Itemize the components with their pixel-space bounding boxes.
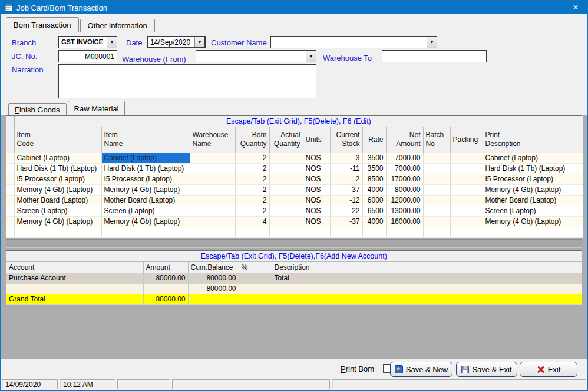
cell-print-desc[interactable]: Cabinet (Laptop) <box>483 153 583 163</box>
row-selector[interactable] <box>6 174 14 184</box>
cell-bom-qty[interactable]: 2 <box>235 174 269 184</box>
cell-batch[interactable] <box>423 195 450 206</box>
cell-item-name-selected[interactable]: Cabinet (Laptop) <box>101 153 190 163</box>
tab-finish-goods[interactable]: Finish Goods <box>8 103 67 115</box>
save-new-button[interactable]: Save & New <box>390 362 452 377</box>
cell-net[interactable]: 16000.00 <box>386 216 423 227</box>
cell-actual-qty[interactable] <box>269 153 303 163</box>
cell-bom-qty[interactable]: 2 <box>235 163 269 174</box>
cell-bom-qty[interactable]: 2 <box>235 153 269 163</box>
cell-rate[interactable]: 3500 <box>362 163 386 174</box>
cell-cum-balance[interactable]: 80000.00 <box>188 273 239 283</box>
cell-description[interactable] <box>272 283 582 294</box>
cell-packing[interactable] <box>450 206 483 216</box>
cell-actual-qty[interactable] <box>269 206 303 216</box>
tab-other-information[interactable]: Other Information <box>80 19 155 32</box>
cell-batch[interactable] <box>423 163 450 174</box>
cell-percent[interactable] <box>239 283 272 294</box>
cell-warehouse[interactable] <box>190 206 235 216</box>
cell-batch[interactable] <box>423 184 450 195</box>
cell-cum-balance[interactable]: 80000.00 <box>188 283 239 294</box>
cell-stock[interactable]: -37 <box>330 184 362 195</box>
cell-amount[interactable]: 80000.00 <box>143 273 188 283</box>
chevron-down-icon[interactable]: ▼ <box>427 37 437 48</box>
cell-batch[interactable] <box>423 174 450 184</box>
save-exit-button[interactable]: Save & Exit <box>456 362 517 377</box>
cell-net[interactable]: 7000.00 <box>386 163 423 174</box>
cell-account[interactable]: Purchase Account <box>6 273 143 283</box>
row-selector[interactable] <box>6 153 14 163</box>
cell-rate[interactable]: 8500 <box>362 174 386 184</box>
cell-warehouse[interactable] <box>190 195 235 206</box>
chevron-down-icon[interactable]: ▼ <box>306 51 316 62</box>
cell-actual-qty[interactable] <box>269 174 303 184</box>
cell-net[interactable]: 17000.00 <box>386 174 423 184</box>
cell-units[interactable]: NOS <box>303 195 330 206</box>
cell-actual-qty[interactable] <box>269 184 303 195</box>
customer-name-select[interactable]: ▼ <box>270 36 437 48</box>
cell-bom-qty[interactable]: 2 <box>235 206 269 216</box>
jc-no-field[interactable] <box>58 50 117 62</box>
cell-rate[interactable]: 6500 <box>362 206 386 216</box>
cell-item-name[interactable]: Memory (4 Gb) (Laptop) <box>101 216 190 227</box>
row-selector[interactable] <box>6 227 14 237</box>
date-select[interactable]: 14/Sep/2020 ▼ <box>147 36 206 48</box>
cell-stock[interactable]: 3 <box>330 153 362 163</box>
cell-print-desc[interactable]: Screen (Laptop) <box>483 206 583 216</box>
warehouse-to-field[interactable] <box>382 50 487 62</box>
cell-print-desc[interactable]: I5 Processor (Laptop) <box>483 174 583 184</box>
cell-item-name[interactable]: Hard Disk (1 Tb) (Laptop) <box>101 163 190 174</box>
branch-select[interactable]: GST INVOICE ▼ <box>58 36 117 48</box>
cell-batch[interactable] <box>423 206 450 216</box>
exit-button[interactable]: Exit <box>520 362 577 377</box>
cell-print-desc[interactable]: Hard Disk (1 Tb) (Laptop) <box>483 163 583 174</box>
cell-amount[interactable] <box>143 283 188 294</box>
cell-warehouse[interactable] <box>190 163 235 174</box>
cell-units[interactable]: NOS <box>303 174 330 184</box>
cell-actual-qty[interactable] <box>269 195 303 206</box>
row-selector[interactable] <box>6 206 14 216</box>
cell-batch[interactable] <box>423 153 450 163</box>
cell-units[interactable]: NOS <box>303 184 330 195</box>
cell-units[interactable]: NOS <box>303 206 330 216</box>
cell-bom-qty[interactable]: 2 <box>235 195 269 206</box>
row-selector[interactable] <box>6 216 14 227</box>
tab-bom-transaction[interactable]: Bom Transaction <box>6 17 79 32</box>
cell-item-code[interactable]: Cabinet (Laptop) <box>14 153 101 163</box>
row-selector[interactable] <box>6 195 14 206</box>
cell-packing[interactable] <box>450 174 483 184</box>
cell-rate[interactable]: 6000 <box>362 195 386 206</box>
cell-print-desc[interactable]: Memory (4 Gb) (Laptop) <box>483 184 583 195</box>
cell-item-name[interactable]: I5 Processor (Laptop) <box>101 174 190 184</box>
horizontal-scrollbar[interactable] <box>6 239 582 248</box>
cell-item-code[interactable]: Screen (Laptop) <box>14 206 101 216</box>
cell-warehouse[interactable] <box>190 174 235 184</box>
cell-net[interactable]: 7000.00 <box>386 153 423 163</box>
cell-description[interactable]: Total <box>272 273 582 283</box>
cell-rate[interactable]: 4000 <box>362 184 386 195</box>
cell-item-code[interactable]: Memory (4 Gb) (Laptop) <box>14 216 101 227</box>
cell-packing[interactable] <box>450 195 483 206</box>
cell-item-code[interactable]: Mother Board (Laptop) <box>14 195 101 206</box>
cell-stock[interactable]: -22 <box>330 206 362 216</box>
cell-item-name[interactable]: Screen (Laptop) <box>101 206 190 216</box>
cell-account[interactable] <box>6 283 143 294</box>
cell-percent[interactable] <box>239 273 272 283</box>
cell-rate[interactable]: 4000 <box>362 216 386 227</box>
cell-warehouse[interactable] <box>190 153 235 163</box>
chevron-down-icon[interactable]: ▼ <box>194 37 204 47</box>
close-icon[interactable]: × <box>568 4 583 12</box>
cell-net[interactable]: 8000.00 <box>386 184 423 195</box>
narration-field[interactable] <box>58 64 316 98</box>
cell-packing[interactable] <box>450 163 483 174</box>
cell-item-name[interactable]: Mother Board (Laptop) <box>101 195 190 206</box>
cell-item-code[interactable]: Memory (4 Gb) (Laptop) <box>14 184 101 195</box>
cell-item-code[interactable]: Hard Disk (1 Tb) (Laptop) <box>14 163 101 174</box>
cell-bom-qty[interactable]: 4 <box>235 216 269 227</box>
cell-rate[interactable]: 3500 <box>362 153 386 163</box>
cell-units[interactable]: NOS <box>303 153 330 163</box>
cell-warehouse[interactable] <box>190 216 235 227</box>
tab-raw-material[interactable]: Raw Material <box>68 101 125 115</box>
cell-packing[interactable] <box>450 184 483 195</box>
cell-units[interactable]: NOS <box>303 216 330 227</box>
